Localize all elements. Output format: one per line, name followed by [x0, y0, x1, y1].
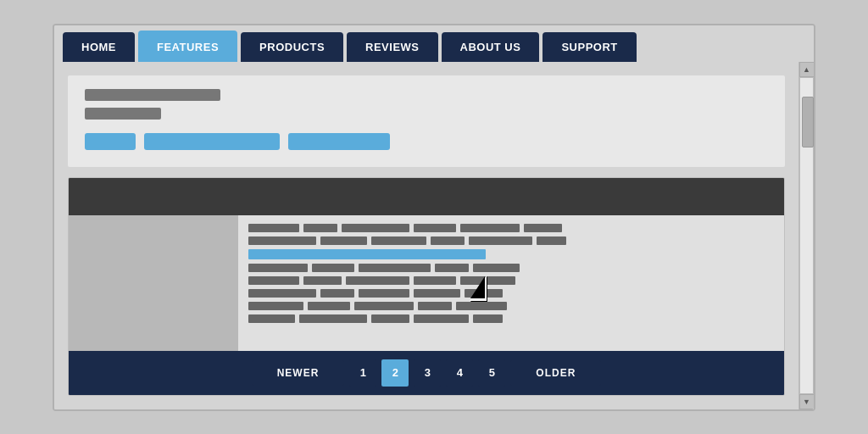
text-block: [537, 236, 566, 245]
text-row-1: [248, 224, 774, 232]
text-block: [371, 314, 409, 323]
text-block: [460, 276, 515, 285]
text-block: [473, 264, 520, 272]
text-row-6: [248, 289, 774, 298]
text-block: [303, 224, 337, 232]
browser-window: HOME FEATURES PRODUCTS REVIEWS ABOUT US …: [53, 24, 815, 411]
text-row-7: [248, 302, 774, 310]
nav-features[interactable]: FEATURES: [138, 31, 237, 62]
text-block: [248, 302, 303, 310]
scrollbar-track[interactable]: [799, 77, 814, 394]
pagination-page-2[interactable]: 2: [381, 359, 409, 387]
nav-about[interactable]: ABOUT US: [442, 32, 540, 62]
pagination-page-4[interactable]: 4: [446, 359, 473, 387]
pagination-page-3[interactable]: 3: [414, 359, 441, 387]
text-row-5: [248, 276, 774, 285]
scrollbar-up[interactable]: ▲: [799, 62, 815, 77]
content-wrapper: NEWER 1 2 3 4 5 OLDER ▲ ▼: [54, 62, 814, 409]
text-block: [418, 302, 452, 310]
hero-button-3[interactable]: [288, 133, 390, 150]
text-block: [299, 314, 367, 323]
text-block: [303, 276, 342, 285]
text-block: [308, 302, 350, 310]
hero-section: [68, 75, 785, 167]
pagination-page-1[interactable]: 1: [349, 359, 376, 387]
text-block: [414, 314, 469, 323]
content-card: NEWER 1 2 3 4 5 OLDER: [68, 177, 785, 396]
main-content: NEWER 1 2 3 4 5 OLDER: [54, 62, 798, 409]
text-block: [473, 314, 503, 323]
text-row-8: [248, 314, 774, 323]
card-text-area: [238, 215, 784, 351]
hero-title-placeholder: [85, 89, 220, 101]
scrollbar-thumb[interactable]: [802, 97, 814, 147]
scrollbar-down[interactable]: ▼: [799, 394, 815, 409]
text-block: [460, 224, 520, 232]
text-block: [346, 276, 409, 285]
text-block: [469, 236, 532, 245]
text-block: [414, 289, 460, 298]
nav-support[interactable]: SUPPORT: [542, 32, 636, 62]
card-image: [69, 215, 238, 351]
nav-products[interactable]: PRODUCTS: [241, 32, 343, 62]
text-block: [248, 236, 316, 245]
hero-buttons: [85, 133, 768, 150]
text-row-2: [248, 236, 774, 245]
text-block: [248, 289, 316, 298]
hero-button-1[interactable]: [85, 133, 136, 150]
text-block: [524, 224, 562, 232]
card-header: [69, 178, 784, 215]
text-block: [359, 264, 431, 272]
text-block: [320, 289, 354, 298]
text-block: [414, 276, 456, 285]
text-block: [431, 236, 465, 245]
text-block: [456, 302, 507, 310]
text-block: [465, 289, 503, 298]
text-row-4: [248, 264, 774, 272]
text-row-3-highlight: [248, 249, 774, 259]
text-block-highlight: [248, 249, 486, 259]
text-block: [371, 236, 426, 245]
text-block: [414, 224, 456, 232]
text-block: [435, 264, 469, 272]
pagination-page-5[interactable]: 5: [478, 359, 505, 387]
text-block: [248, 276, 299, 285]
text-block: [359, 289, 409, 298]
text-block: [248, 314, 295, 323]
nav-reviews[interactable]: REVIEWS: [347, 32, 437, 62]
nav-bar: HOME FEATURES PRODUCTS REVIEWS ABOUT US …: [54, 25, 814, 62]
nav-home[interactable]: HOME: [63, 32, 135, 62]
pagination: NEWER 1 2 3 4 5 OLDER: [69, 351, 784, 395]
text-block: [312, 264, 354, 272]
text-block: [248, 224, 299, 232]
pagination-older[interactable]: OLDER: [510, 360, 601, 386]
text-block: [354, 302, 414, 310]
pagination-newer[interactable]: NEWER: [252, 360, 345, 386]
card-body: [69, 215, 784, 351]
text-block: [320, 236, 367, 245]
hero-button-2[interactable]: [144, 133, 280, 150]
hero-subtitle-placeholder: [85, 108, 161, 120]
text-block: [248, 264, 308, 272]
scrollbar: ▲ ▼: [798, 62, 814, 409]
text-block: [342, 224, 409, 232]
